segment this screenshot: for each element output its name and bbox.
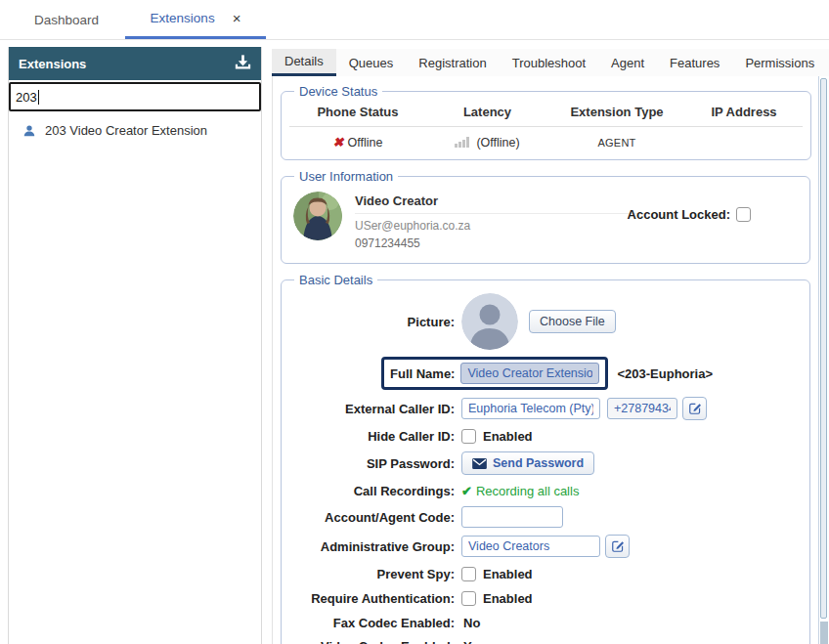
external-caller-id-name-input[interactable]	[461, 398, 600, 419]
sip-password-label: SIP Password:	[289, 456, 461, 471]
administrative-group-row: Administrative Group:	[289, 535, 802, 558]
tab-agent-label: Agent	[611, 56, 644, 70]
edit-administrative-group-button[interactable]	[605, 535, 630, 558]
tab-registration[interactable]: Registration	[406, 49, 499, 76]
tab-features[interactable]: Features	[657, 49, 732, 76]
video-codec-value: Yes	[463, 639, 485, 644]
tab-queues[interactable]: Queues	[336, 49, 407, 76]
col-latency: Latency	[426, 102, 548, 127]
sidebar-title: Extensions	[19, 57, 86, 71]
hide-caller-id-label: Hide Caller ID:	[289, 429, 461, 444]
account-agent-code-row: Account/Agent Code:	[289, 506, 802, 528]
external-caller-id-row: External Caller ID:	[289, 397, 802, 420]
extension-type-cell: AGENT	[548, 127, 685, 152]
account-locked-checkbox[interactable]	[736, 207, 751, 222]
detail-tab-bar: Details Queues Registration Troubleshoot…	[272, 49, 829, 76]
tab-extensions[interactable]: Extensions ×	[125, 0, 266, 39]
tab-details-label: Details	[284, 54, 324, 68]
tab-features-label: Features	[670, 56, 720, 70]
tab-agent[interactable]: Agent	[598, 49, 657, 76]
hide-caller-id-enabled-label: Enabled	[483, 429, 533, 444]
prevent-spy-checkbox[interactable]	[461, 567, 476, 581]
call-recordings-label: Call Recordings:	[289, 484, 461, 498]
phone-status-cell: ✖ Offline	[289, 127, 426, 152]
picture-label: Picture:	[289, 315, 461, 329]
tab-troubleshoot-label: Troubleshoot	[512, 56, 586, 70]
full-name-label: Full Name:	[390, 366, 460, 381]
extension-list-item[interactable]: 203 Video Creator Extension	[9, 111, 261, 146]
close-icon[interactable]: ×	[233, 11, 241, 25]
device-status-legend: Device Status	[294, 84, 382, 99]
external-caller-id-number-input[interactable]	[607, 398, 677, 419]
signal-bars-icon	[455, 137, 469, 148]
col-phone-status: Phone Status	[289, 102, 426, 127]
latency-value: (Offline)	[476, 136, 519, 150]
require-authentication-checkbox[interactable]	[461, 591, 476, 606]
tab-extensions-label: Extensions	[151, 11, 215, 25]
envelope-icon	[472, 458, 487, 469]
choose-file-button[interactable]: Choose File	[529, 310, 616, 333]
download-icon[interactable]	[235, 55, 251, 73]
tab-details[interactable]: Details	[272, 49, 336, 76]
picture-row: Picture: Choose File	[289, 293, 802, 350]
prevent-spy-label: Prevent Spy:	[289, 567, 461, 581]
col-extension-type: Extension Type	[548, 102, 685, 127]
tab-permissions[interactable]: Permissions	[732, 49, 827, 76]
send-password-label: Send Password	[493, 456, 584, 470]
user-text-block: Video Creator USer@euphoria.co.za 097123…	[355, 192, 648, 250]
phone-status-value: Offline	[348, 136, 383, 150]
user-phone: 0971234455	[355, 236, 648, 250]
full-name-input[interactable]	[460, 363, 599, 384]
tab-registration-label: Registration	[418, 56, 486, 70]
tab-troubleshoot[interactable]: Troubleshoot	[500, 49, 598, 76]
vertical-scrollbar[interactable]	[819, 76, 829, 644]
extension-search-input[interactable]: 203	[9, 82, 261, 111]
check-icon: ✔	[461, 484, 472, 498]
user-avatar	[293, 192, 342, 240]
fax-codec-label: Fax Codec Enabled:	[289, 616, 461, 630]
send-password-button[interactable]: Send Password	[461, 451, 594, 475]
full-name-row: Full Name: <203-Euphoria>	[289, 357, 802, 390]
picture-placeholder-avatar	[461, 293, 518, 350]
basic-details-section: Basic Details Picture: Choose File	[281, 273, 810, 644]
text-caret	[38, 90, 39, 105]
tab-permissions-label: Permissions	[745, 56, 814, 70]
hide-caller-id-checkbox[interactable]	[461, 429, 476, 444]
require-authentication-row: Require Authentication: Enabled	[289, 589, 802, 607]
device-status-table: Phone Status Latency Extension Type IP A…	[289, 102, 803, 152]
extension-detail-panel: Details Queues Registration Troubleshoot…	[272, 49, 829, 644]
person-icon	[22, 124, 36, 138]
offline-x-icon: ✖	[333, 135, 344, 150]
user-information-legend: User Information	[294, 169, 398, 184]
edit-icon	[611, 539, 625, 553]
extensions-sidebar: Extensions 203 203 Video Creator Extensi…	[8, 47, 262, 644]
administrative-group-input[interactable]	[461, 536, 600, 557]
require-authentication-label: Require Authentication:	[289, 591, 461, 606]
search-input-value: 203	[16, 90, 37, 105]
sip-password-row: SIP Password: Send Password	[289, 451, 802, 475]
call-recordings-status: Recording all calls	[476, 484, 580, 498]
extension-list-item-label: 203 Video Creator Extension	[45, 123, 207, 138]
fax-codec-row: Fax Codec Enabled: No	[289, 615, 802, 630]
user-information-section: User Information	[281, 169, 810, 264]
call-recordings-row: Call Recordings: ✔ Recording all calls	[289, 482, 802, 499]
col-ip-address: IP Address	[685, 102, 803, 127]
tab-dashboard[interactable]: Dashboard	[8, 0, 125, 39]
prevent-spy-row: Prevent Spy: Enabled	[289, 565, 802, 582]
edit-icon	[688, 402, 702, 415]
scrollbar-track-bottom	[820, 622, 828, 644]
device-status-section: Device Status Phone Status Latency Exten…	[281, 84, 811, 160]
require-authentication-enabled-label: Enabled	[483, 591, 533, 606]
extension-id-suffix: <203-Euphoria>	[617, 366, 713, 381]
sidebar-header: Extensions	[9, 47, 261, 80]
user-display-name: Video Creator	[355, 192, 648, 214]
administrative-group-label: Administrative Group:	[289, 539, 461, 554]
scrollbar-thumb[interactable]	[820, 78, 827, 619]
account-agent-code-input[interactable]	[461, 506, 563, 528]
ip-address-cell	[685, 127, 803, 152]
edit-caller-id-button[interactable]	[682, 397, 707, 420]
tab-queues-label: Queues	[349, 56, 394, 70]
basic-details-legend: Basic Details	[294, 273, 377, 287]
full-name-focus-ring: Full Name:	[381, 357, 608, 390]
account-agent-code-label: Account/Agent Code:	[289, 510, 461, 525]
